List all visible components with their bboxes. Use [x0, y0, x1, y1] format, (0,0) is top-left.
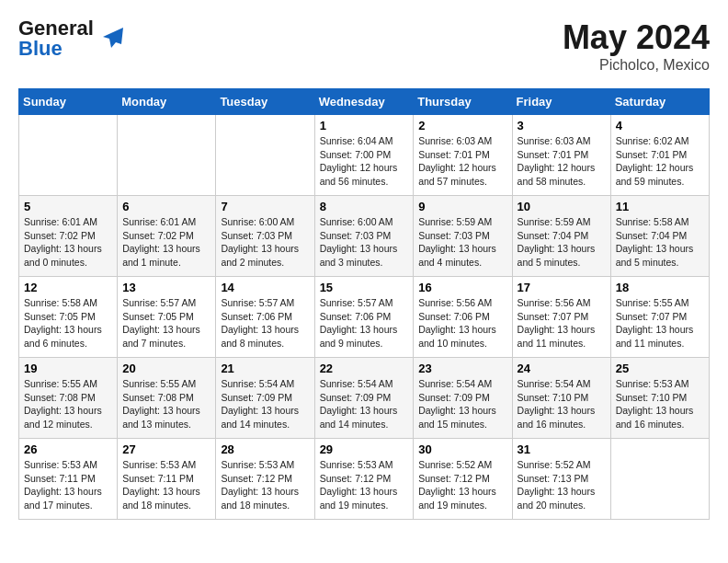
- day-info: Sunrise: 5:53 AMSunset: 7:12 PMDaylight:…: [320, 458, 409, 512]
- calendar-cell: [118, 115, 216, 196]
- day-info: Sunrise: 5:56 AMSunset: 7:07 PMDaylight:…: [518, 296, 606, 350]
- calendar-cell: [216, 115, 314, 196]
- calendar-cell: 27Sunrise: 5:53 AMSunset: 7:11 PMDayligh…: [118, 439, 216, 520]
- day-number: 18: [616, 281, 704, 294]
- day-info: Sunrise: 5:59 AMSunset: 7:03 PMDaylight:…: [418, 215, 506, 270]
- day-info: Sunrise: 6:02 AMSunset: 7:01 PMDaylight:…: [616, 134, 704, 189]
- day-number: 14: [221, 281, 309, 294]
- day-number: 15: [320, 281, 409, 294]
- day-info: Sunrise: 5:54 AMSunset: 7:09 PMDaylight:…: [418, 377, 506, 431]
- calendar-cell: 26Sunrise: 5:53 AMSunset: 7:11 PMDayligh…: [19, 439, 118, 520]
- calendar-cell: 30Sunrise: 5:52 AMSunset: 7:12 PMDayligh…: [414, 439, 512, 520]
- day-info: Sunrise: 6:00 AMSunset: 7:03 PMDaylight:…: [320, 215, 409, 270]
- col-header-monday: Monday: [118, 89, 216, 115]
- calendar-week-4: 19Sunrise: 5:55 AMSunset: 7:08 PMDayligh…: [19, 358, 710, 439]
- calendar-cell: 10Sunrise: 5:59 AMSunset: 7:04 PMDayligh…: [512, 196, 610, 277]
- day-number: 23: [418, 362, 506, 375]
- title-block: May 2024 Picholco, Mexico: [563, 18, 710, 74]
- day-number: 6: [122, 200, 210, 213]
- calendar-header-row: SundayMondayTuesdayWednesdayThursdayFrid…: [19, 89, 710, 115]
- day-number: 2: [418, 119, 506, 132]
- calendar-cell: 2Sunrise: 6:03 AMSunset: 7:01 PMDaylight…: [414, 115, 512, 196]
- calendar-cell: 3Sunrise: 6:03 AMSunset: 7:01 PMDaylight…: [512, 115, 610, 196]
- calendar-cell: 4Sunrise: 6:02 AMSunset: 7:01 PMDaylight…: [610, 115, 709, 196]
- day-info: Sunrise: 5:53 AMSunset: 7:11 PMDaylight:…: [122, 458, 210, 512]
- day-info: Sunrise: 5:58 AMSunset: 7:04 PMDaylight:…: [616, 215, 704, 270]
- day-number: 9: [418, 200, 506, 213]
- calendar-cell: 7Sunrise: 6:00 AMSunset: 7:03 PMDaylight…: [216, 196, 314, 277]
- day-number: 26: [24, 442, 112, 456]
- calendar-cell: 21Sunrise: 5:54 AMSunset: 7:09 PMDayligh…: [216, 358, 314, 439]
- calendar-cell: 29Sunrise: 5:53 AMSunset: 7:12 PMDayligh…: [314, 439, 414, 520]
- day-number: 13: [122, 281, 210, 294]
- day-number: 8: [320, 200, 409, 213]
- day-number: 21: [221, 362, 309, 375]
- day-number: 29: [320, 442, 409, 456]
- day-info: Sunrise: 5:55 AMSunset: 7:08 PMDaylight:…: [122, 377, 210, 431]
- day-number: 30: [418, 442, 506, 456]
- col-header-sunday: Sunday: [19, 89, 118, 115]
- day-number: 11: [616, 200, 704, 213]
- calendar-cell: 31Sunrise: 5:52 AMSunset: 7:13 PMDayligh…: [512, 439, 610, 520]
- day-number: 16: [418, 281, 506, 294]
- calendar-cell: 24Sunrise: 5:54 AMSunset: 7:10 PMDayligh…: [512, 358, 610, 439]
- day-number: 28: [221, 442, 309, 456]
- day-number: 3: [518, 119, 606, 132]
- calendar-cell: 15Sunrise: 5:57 AMSunset: 7:06 PMDayligh…: [314, 277, 414, 358]
- calendar-cell: 1Sunrise: 6:04 AMSunset: 7:00 PMDaylight…: [314, 115, 414, 196]
- calendar-week-1: 1Sunrise: 6:04 AMSunset: 7:00 PMDaylight…: [19, 115, 710, 196]
- calendar-cell: 20Sunrise: 5:55 AMSunset: 7:08 PMDayligh…: [118, 358, 216, 439]
- day-info: Sunrise: 6:03 AMSunset: 7:01 PMDaylight:…: [418, 134, 506, 189]
- calendar-table: SundayMondayTuesdayWednesdayThursdayFrid…: [18, 88, 710, 520]
- day-info: Sunrise: 5:57 AMSunset: 7:06 PMDaylight:…: [320, 296, 409, 350]
- day-number: 25: [616, 362, 704, 375]
- calendar-cell: 18Sunrise: 5:55 AMSunset: 7:07 PMDayligh…: [610, 277, 709, 358]
- month-title: May 2024: [563, 18, 710, 57]
- col-header-thursday: Thursday: [414, 89, 512, 115]
- day-number: 12: [24, 281, 112, 294]
- day-info: Sunrise: 5:55 AMSunset: 7:07 PMDaylight:…: [616, 296, 704, 350]
- day-info: Sunrise: 5:54 AMSunset: 7:09 PMDaylight:…: [320, 377, 409, 431]
- calendar-cell: 19Sunrise: 5:55 AMSunset: 7:08 PMDayligh…: [19, 358, 118, 439]
- calendar-cell: 28Sunrise: 5:53 AMSunset: 7:12 PMDayligh…: [216, 439, 314, 520]
- day-number: 1: [320, 119, 409, 132]
- col-header-tuesday: Tuesday: [216, 89, 314, 115]
- calendar-cell: 11Sunrise: 5:58 AMSunset: 7:04 PMDayligh…: [610, 196, 709, 277]
- day-info: Sunrise: 6:03 AMSunset: 7:01 PMDaylight:…: [518, 134, 606, 189]
- calendar-cell: 17Sunrise: 5:56 AMSunset: 7:07 PMDayligh…: [512, 277, 610, 358]
- day-info: Sunrise: 5:59 AMSunset: 7:04 PMDaylight:…: [518, 215, 606, 270]
- day-number: 27: [122, 442, 210, 456]
- day-info: Sunrise: 5:53 AMSunset: 7:12 PMDaylight:…: [221, 458, 309, 512]
- day-number: 10: [518, 200, 606, 213]
- location: Picholco, Mexico: [563, 57, 710, 74]
- calendar-week-2: 5Sunrise: 6:01 AMSunset: 7:02 PMDaylight…: [19, 196, 710, 277]
- col-header-saturday: Saturday: [610, 89, 709, 115]
- day-number: 22: [320, 362, 409, 375]
- day-number: 31: [518, 442, 606, 456]
- logo-blue: Blue: [18, 39, 94, 59]
- day-info: Sunrise: 5:54 AMSunset: 7:10 PMDaylight:…: [518, 377, 606, 431]
- calendar-cell: 13Sunrise: 5:57 AMSunset: 7:05 PMDayligh…: [118, 277, 216, 358]
- calendar-cell: 23Sunrise: 5:54 AMSunset: 7:09 PMDayligh…: [414, 358, 512, 439]
- calendar-cell: 25Sunrise: 5:53 AMSunset: 7:10 PMDayligh…: [610, 358, 709, 439]
- day-number: 17: [518, 281, 606, 294]
- day-info: Sunrise: 5:57 AMSunset: 7:05 PMDaylight:…: [122, 296, 210, 350]
- calendar-week-3: 12Sunrise: 5:58 AMSunset: 7:05 PMDayligh…: [19, 277, 710, 358]
- day-info: Sunrise: 6:01 AMSunset: 7:02 PMDaylight:…: [24, 215, 112, 270]
- day-info: Sunrise: 5:57 AMSunset: 7:06 PMDaylight:…: [221, 296, 309, 350]
- day-info: Sunrise: 6:04 AMSunset: 7:00 PMDaylight:…: [320, 134, 409, 189]
- page-header: General Blue May 2024 Picholco, Mexico: [18, 18, 710, 74]
- logo: General Blue: [18, 18, 127, 59]
- day-info: Sunrise: 5:52 AMSunset: 7:13 PMDaylight:…: [518, 458, 606, 512]
- calendar-week-5: 26Sunrise: 5:53 AMSunset: 7:11 PMDayligh…: [19, 439, 710, 520]
- day-info: Sunrise: 5:54 AMSunset: 7:09 PMDaylight:…: [221, 377, 309, 431]
- day-number: 7: [221, 200, 309, 213]
- col-header-friday: Friday: [512, 89, 610, 115]
- day-number: 4: [616, 119, 704, 132]
- day-info: Sunrise: 5:53 AMSunset: 7:11 PMDaylight:…: [24, 458, 112, 512]
- calendar-cell: 14Sunrise: 5:57 AMSunset: 7:06 PMDayligh…: [216, 277, 314, 358]
- day-info: Sunrise: 5:55 AMSunset: 7:08 PMDaylight:…: [24, 377, 112, 431]
- calendar-cell: [610, 439, 709, 520]
- day-info: Sunrise: 6:01 AMSunset: 7:02 PMDaylight:…: [122, 215, 210, 270]
- col-header-wednesday: Wednesday: [314, 89, 414, 115]
